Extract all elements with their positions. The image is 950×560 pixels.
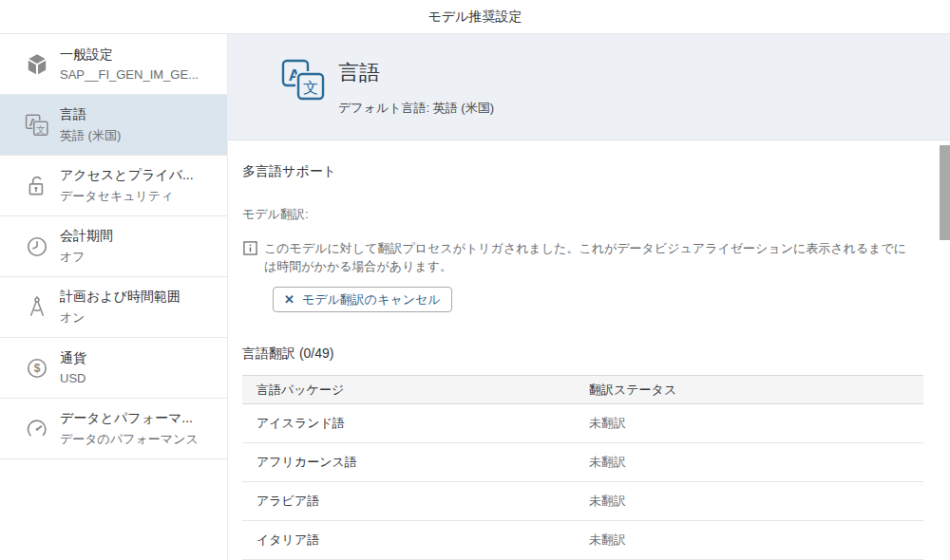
translation-status-cell: 未翻訳 bbox=[589, 532, 923, 549]
sidebar-item-label: 会計期間 bbox=[60, 228, 113, 245]
language-settings-content: 多言語サポート モデル翻訳: このモデルに対して翻訳プロセスがトリガされました。… bbox=[228, 163, 950, 560]
table-row[interactable]: アラビア語 未翻訳 bbox=[242, 482, 923, 521]
sidebar-item-sublabel: データのパフォーマンス bbox=[60, 431, 199, 448]
sidebar-item-planning-time-range[interactable]: 計画および時間範囲 オン bbox=[0, 277, 227, 338]
compass-icon bbox=[25, 295, 49, 320]
sidebar-item-label: 通貨 bbox=[60, 350, 86, 367]
close-icon: ✕ bbox=[284, 292, 294, 307]
translation-info-message: このモデルに対して翻訳プロセスがトリガされました。これがデータビジュアライゼーシ… bbox=[242, 239, 923, 275]
info-message-text: このモデルに対して翻訳プロセスがトリガされました。これがデータビジュアライゼーシ… bbox=[264, 239, 908, 275]
dialog-titlebar: モデル推奨設定 bbox=[0, 0, 950, 34]
table-row[interactable]: アイスランド語 未翻訳 bbox=[242, 404, 923, 443]
svg-text:$: $ bbox=[34, 362, 41, 375]
info-icon bbox=[243, 241, 257, 255]
sidebar-item-sublabel: 英語 (米国) bbox=[60, 127, 121, 144]
column-header-translation-status: 翻訳ステータス bbox=[589, 382, 923, 399]
sidebar-item-sublabel: USD bbox=[60, 371, 86, 385]
dialog-title: モデル推奨設定 bbox=[428, 9, 522, 26]
model-settings-dialog: モデル推奨設定 一般設定 SAP__FI_GEN_IM_GE... bbox=[0, 0, 950, 560]
translate-icon: A 文 bbox=[280, 58, 326, 103]
sidebar-item-sublabel: オン bbox=[60, 309, 180, 327]
sidebar-item-access-privacy[interactable]: アクセスとプライバ... データセキュリティ bbox=[0, 156, 227, 216]
sidebar-item-label: アクセスとプライバ... bbox=[60, 167, 194, 184]
svg-text:文: 文 bbox=[36, 123, 46, 134]
model-translation-label: モデル翻訳: bbox=[242, 206, 923, 223]
sidebar-item-currency[interactable]: $ 通貨 USD bbox=[0, 338, 227, 399]
svg-text:文: 文 bbox=[303, 80, 318, 96]
language-section-header: A 文 言語 デフォルト言語: 英語 (米国) bbox=[228, 34, 950, 140]
page-title: 言語 bbox=[338, 59, 494, 87]
scrollbar-thumb[interactable] bbox=[940, 145, 950, 240]
translate-icon: A 文 bbox=[25, 113, 49, 138]
sidebar-item-general-settings[interactable]: 一般設定 SAP__FI_GEN_IM_GE... bbox=[0, 34, 227, 95]
main-panel: A 文 言語 デフォルト言語: 英語 (米国) 多言語サポート モデル翻訳: bbox=[228, 34, 950, 560]
currency-icon: $ bbox=[25, 356, 49, 381]
cancel-button-label: モデル翻訳のキャンセル bbox=[302, 291, 441, 308]
sidebar-item-language[interactable]: A 文 言語 英語 (米国) bbox=[0, 95, 227, 156]
clock-icon bbox=[25, 234, 49, 259]
language-packages-table: 言語パッケージ 翻訳ステータス アイスランド語 未翻訳 アフリカーンス語 未翻訳… bbox=[242, 375, 923, 560]
sidebar-item-label: 計画および時間範囲 bbox=[60, 289, 180, 306]
translation-status-cell: 未翻訳 bbox=[589, 454, 923, 471]
multilanguage-support-heading: 多言語サポート bbox=[242, 163, 923, 180]
translation-status-cell: 未翻訳 bbox=[589, 493, 923, 510]
sidebar-item-data-performance[interactable]: データとパフォーマ... データのパフォーマンス bbox=[0, 399, 227, 459]
table-row[interactable]: イタリア語 未翻訳 bbox=[242, 521, 923, 560]
sidebar-item-label: データとパフォーマ... bbox=[60, 410, 199, 427]
gauge-icon bbox=[25, 417, 49, 441]
cancel-model-translation-button[interactable]: ✕ モデル翻訳のキャンセル bbox=[273, 287, 452, 312]
table-row[interactable]: アフリカーンス語 未翻訳 bbox=[242, 443, 923, 482]
language-package-cell: アイスランド語 bbox=[242, 415, 589, 432]
sidebar-item-label: 言語 bbox=[60, 106, 121, 123]
translation-status-cell: 未翻訳 bbox=[589, 415, 923, 432]
unlock-icon bbox=[25, 174, 49, 198]
sidebar-item-label: 一般設定 bbox=[60, 47, 199, 64]
sidebar-item-sublabel: SAP__FI_GEN_IM_GE... bbox=[60, 67, 199, 82]
table-header-row: 言語パッケージ 翻訳ステータス bbox=[242, 375, 923, 404]
sidebar-item-sublabel: データセキュリティ bbox=[60, 188, 194, 205]
vertical-scrollbar[interactable] bbox=[939, 140, 950, 560]
settings-sidebar: 一般設定 SAP__FI_GEN_IM_GE... A 文 言語 英 bbox=[0, 34, 228, 560]
sidebar-item-sublabel: オフ bbox=[60, 249, 113, 266]
language-package-cell: アフリカーンス語 bbox=[242, 454, 589, 471]
sidebar-item-fiscal-period[interactable]: 会計期間 オフ bbox=[0, 216, 227, 277]
language-package-cell: イタリア語 bbox=[242, 532, 589, 549]
column-header-language-package: 言語パッケージ bbox=[242, 382, 589, 399]
default-language-label: デフォルト言語: 英語 (米国) bbox=[338, 100, 494, 117]
cube-icon bbox=[25, 52, 49, 77]
language-package-cell: アラビア語 bbox=[242, 493, 589, 510]
language-translation-heading: 言語翻訳 (0/49) bbox=[242, 345, 923, 363]
